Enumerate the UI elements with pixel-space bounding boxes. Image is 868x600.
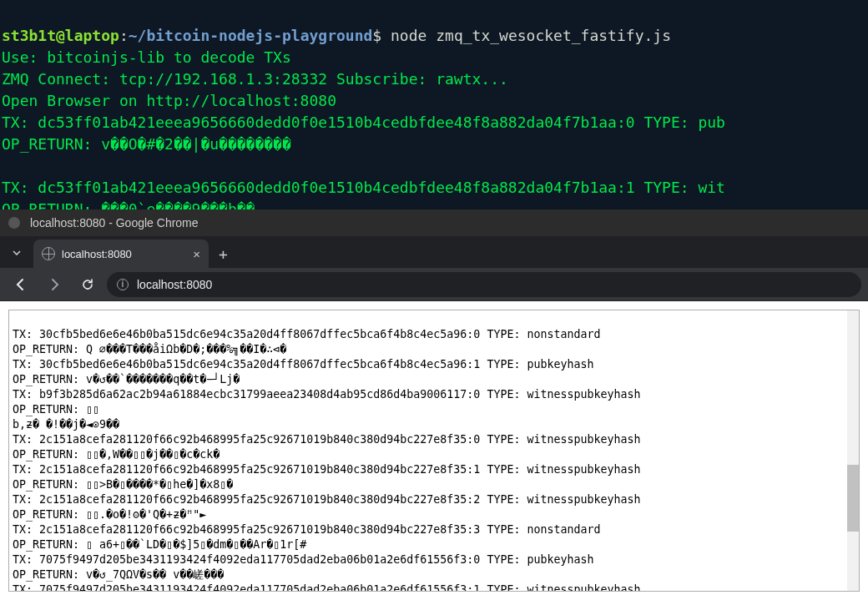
terminal-line: TX: dc53ff01ab421eeea9656660dedd0f0e1510… xyxy=(2,179,725,196)
prompt-colon: : xyxy=(119,27,129,44)
reload-button[interactable] xyxy=(73,270,102,299)
address-bar: i localhost:8080 xyxy=(0,268,868,301)
prompt-user: st3b1t@laptop xyxy=(2,27,119,44)
terminal-line: Open Browser on http://localhost:8080 xyxy=(2,92,336,109)
prompt-path: ~/bitcoin-nodejs-playground xyxy=(129,27,373,44)
reload-icon xyxy=(81,278,94,291)
back-button[interactable] xyxy=(7,270,35,299)
window-title: localhost:8080 - Google Chrome xyxy=(30,216,199,229)
terminal-line: Use: bitcoinjs-lib to decode TXs xyxy=(2,48,291,66)
chrome-window: localhost:8080 - Google Chrome localhost… xyxy=(0,209,868,600)
window-title-bar[interactable]: localhost:8080 - Google Chrome xyxy=(0,209,868,236)
tab-localhost[interactable]: localhost:8080 × xyxy=(33,239,209,268)
tab-strip: localhost:8080 × + xyxy=(0,236,868,268)
omnibox[interactable]: i localhost:8080 xyxy=(107,272,861,297)
url-text: localhost:8080 xyxy=(137,278,212,291)
chevron-down-icon xyxy=(13,250,21,255)
terminal-line: OP_RETURN: v��O�#�2��|�u�������� xyxy=(2,135,291,153)
site-info-icon[interactable]: i xyxy=(117,279,129,290)
tabs-dropdown-button[interactable] xyxy=(5,241,28,265)
forward-button[interactable] xyxy=(40,270,68,299)
terminal-line: ZMQ Connect: tcp://192.168.1.3:28332 Sub… xyxy=(2,70,508,88)
output-textarea[interactable]: TX: 30cfb5bed6e6e46b0ba515dc6e94c35a20d4… xyxy=(8,310,860,592)
prompt-dollar: $ xyxy=(372,27,381,44)
scrollbar-thumb[interactable] xyxy=(847,465,859,532)
prompt-command: node zmq_tx_wesocket_fastify.js xyxy=(391,27,671,44)
window-control-icon[interactable] xyxy=(8,217,20,229)
terminal-line: OP_RETURN: ���0`e����9���b�� xyxy=(2,200,255,209)
terminal-line: TX: dc53ff01ab421eeea9656660dedd0f0e1510… xyxy=(2,113,725,131)
close-tab-button[interactable]: × xyxy=(193,247,200,261)
tab-title: localhost:8080 xyxy=(62,248,132,260)
terminal[interactable]: st3b1t@laptop:~/bitcoin-nodejs-playgroun… xyxy=(0,0,868,209)
page-viewport: TX: 30cfb5bed6e6e46b0ba515dc6e94c35a20d4… xyxy=(0,301,868,600)
arrow-left-icon xyxy=(14,278,28,291)
globe-icon xyxy=(42,247,55,260)
arrow-right-icon xyxy=(48,278,61,291)
page-output-text: TX: 30cfb5bed6e6e46b0ba515dc6e94c35a20d4… xyxy=(13,328,641,592)
scrollbar-track[interactable] xyxy=(847,310,859,591)
new-tab-button[interactable]: + xyxy=(214,245,236,268)
